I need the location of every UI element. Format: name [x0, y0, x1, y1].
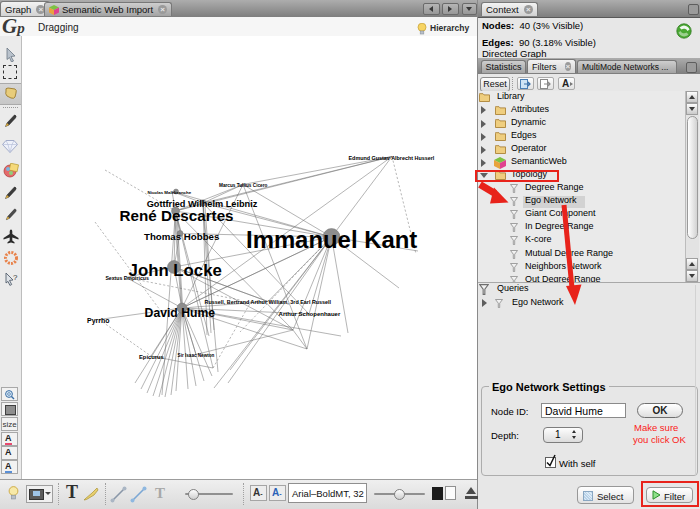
svg-text:Russell, Bertrand Arthur Willi: Russell, Bertrand Arthur William, 3rd Ea…	[205, 299, 332, 305]
svg-text:Arthur Schopenhauer: Arthur Schopenhauer	[279, 311, 341, 317]
svg-text:David Hume: David Hume	[145, 306, 216, 320]
svg-text:Pyrrho: Pyrrho	[87, 317, 110, 325]
svg-text:Sir Isaac Newton: Sir Isaac Newton	[178, 353, 215, 358]
svg-text:Epicurus: Epicurus	[139, 354, 164, 360]
